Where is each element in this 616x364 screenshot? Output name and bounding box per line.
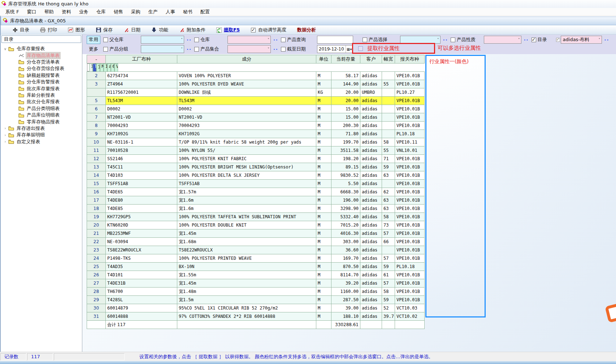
cell-width[interactable]: [382, 122, 395, 130]
data-analysis-button[interactable]: 数据分析: [297, 27, 316, 33]
cell-comp[interactable]: 100% POLYESTER DELTA SLX JERSEY: [177, 171, 316, 180]
cell-rownum[interactable]: 8: [87, 122, 106, 130]
menu-item-10[interactable]: 秘书: [179, 8, 196, 16]
cell-qty[interactable]: 144.90: [331, 80, 360, 88]
cell-rownum[interactable]: 29: [87, 296, 106, 304]
cell-cust[interactable]: adidas: [360, 105, 382, 113]
cell-qty[interactable]: 196.00: [331, 196, 360, 205]
cell-factory[interactable]: KTN6020D: [106, 221, 177, 229]
cell-unit[interactable]: M: [316, 188, 331, 196]
cell-comp[interactable]: VOVEN 100% POLYESTER: [177, 72, 316, 80]
sidebar-item-14[interactable]: ›自定义报表: [1, 138, 82, 145]
cell-cust[interactable]: adidas: [360, 221, 382, 229]
more-tab-button[interactable]: 更多: [87, 45, 100, 53]
catalog-button[interactable]: 目录: [12, 27, 29, 33]
cell-rownum[interactable]: [87, 88, 106, 97]
cell-rownum[interactable]: 18: [87, 205, 106, 213]
cell-qty[interactable]: 3298.90: [331, 205, 360, 213]
cell-qty[interactable]: 5.50: [331, 180, 360, 188]
cell-rownum[interactable]: 28: [87, 288, 106, 296]
cell-unit[interactable]: M: [316, 213, 331, 221]
cell-factory[interactable]: T4DE31B: [106, 279, 177, 288]
cell-unit[interactable]: M: [316, 312, 331, 321]
save-button[interactable]: 保存: [96, 27, 113, 33]
product-select-more-dots[interactable]: ··: [443, 37, 448, 43]
sidebar-item-12[interactable]: ›库存进出报表: [1, 125, 82, 132]
cell-customs[interactable]: VPE10.01B: [395, 205, 425, 213]
cell-unit[interactable]: M: [316, 229, 331, 238]
product-query-input[interactable]: [317, 36, 353, 44]
cell-comp[interactable]: 100% POLYESTER PRINTED WEAVE: [177, 254, 316, 263]
cell-comp[interactable]: 宽1.68m: [177, 238, 316, 246]
cell-qty[interactable]: 199.70: [331, 138, 360, 146]
cell-customs[interactable]: VPE10.01B: [395, 97, 425, 105]
catalog-checkbox[interactable]: [532, 38, 536, 42]
expand-icon[interactable]: ›: [3, 140, 8, 144]
cell-unit[interactable]: M: [316, 304, 331, 312]
sidebar-item-0[interactable]: ∨仓库存量报表: [1, 45, 82, 52]
cell-factory[interactable]: TH6700: [106, 288, 177, 296]
cell-qty[interactable]: 15.00: [331, 105, 360, 113]
cell-unit[interactable]: M: [316, 296, 331, 304]
cell-cust[interactable]: adidas: [360, 312, 382, 321]
catalog-value-select[interactable]: adidas-布料˅: [561, 36, 602, 44]
product-group-checkbox[interactable]: [103, 47, 108, 52]
cell-cust[interactable]: adidas: [360, 155, 382, 163]
sidebar-item-9[interactable]: 产品分类明细表: [1, 105, 82, 112]
cell-rownum[interactable]: 30: [87, 304, 106, 312]
cell-factory[interactable]: NT2001-VD: [106, 113, 177, 122]
parent-warehouse-select[interactable]: ˅: [141, 36, 184, 44]
cell-width[interactable]: 58: [382, 213, 395, 221]
product-nature-more-dots[interactable]: ··: [524, 37, 529, 43]
cell-cust[interactable]: adidas: [107, 63, 111, 72]
cell-unit[interactable]: M: [316, 130, 331, 138]
cell-cust[interactable]: adidas: [360, 205, 382, 213]
product-nature-checkbox[interactable]: [451, 38, 455, 42]
expand-icon[interactable]: ›: [3, 133, 8, 137]
cell-cust[interactable]: adidas: [360, 163, 382, 171]
cell-customs[interactable]: VPE10.01B: [395, 171, 425, 180]
cell-width[interactable]: [382, 105, 395, 113]
end-date-checkbox[interactable]: [281, 47, 286, 52]
cell-width[interactable]: 71: [382, 155, 395, 163]
sidebar-item-8[interactable]: 批次分仓库报表: [1, 98, 82, 105]
cell-factory[interactable]: T428SL: [106, 296, 177, 304]
cell-cust[interactable]: adidas: [360, 271, 382, 279]
cell-comp[interactable]: TL543M: [177, 97, 316, 105]
cell-qty[interactable]: 5332.40: [331, 213, 360, 221]
cell-factory[interactable]: T4DE95: [93, 63, 96, 72]
cell-width[interactable]: [382, 97, 395, 105]
auto-height-button[interactable]: 自动调节高度: [251, 27, 286, 33]
product-set-more-dots[interactable]: ··: [273, 47, 278, 52]
cell-qty[interactable]: 71.80: [331, 130, 360, 138]
cell-width[interactable]: 55: [382, 146, 395, 155]
cell-customs[interactable]: VPE10.01B: [395, 105, 425, 113]
cell-unit[interactable]: M: [316, 146, 331, 155]
product-group-more-dots[interactable]: ··: [187, 47, 192, 52]
cell-cust[interactable]: UMBRO: [360, 88, 382, 97]
cell-factory[interactable]: ZT4964: [106, 80, 177, 88]
cell-cust[interactable]: adidas: [360, 188, 382, 196]
common-tab-button[interactable]: 常用: [87, 36, 100, 44]
cell-cust[interactable]: adidas: [360, 296, 382, 304]
graph-button[interactable]: 图形: [68, 27, 85, 33]
cell-comp[interactable]: TSFF51AB: [177, 180, 316, 188]
date-button[interactable]: 日期: [123, 27, 140, 33]
sidebar-item-11[interactable]: 零库存物品报表: [1, 118, 82, 125]
cell-comp[interactable]: 70004293: [177, 122, 316, 130]
cell-factory[interactable]: T4AD35: [106, 263, 177, 271]
parent-warehouse-more-dots[interactable]: ··: [187, 37, 192, 43]
cell-factory[interactable]: P1498-TKS: [106, 254, 177, 263]
cell-rownum[interactable]: 24: [87, 254, 106, 263]
cell-customs[interactable]: VCT10.03: [395, 304, 425, 312]
sidebar-item-10[interactable]: 产品库位明细表: [1, 112, 82, 118]
menu-item-8[interactable]: 生产: [144, 8, 162, 16]
cell-factory[interactable]: TS8E22WROUCLX: [106, 246, 177, 254]
cell-qty[interactable]: 3511.58: [331, 146, 360, 155]
cell-customs[interactable]: PL10.18: [395, 130, 425, 138]
cell-comp[interactable]: 100% POLYESTER BRIGHT MESH LINING(Optsen…: [177, 163, 316, 171]
cell-factory[interactable]: D0002: [106, 105, 177, 113]
cell-width[interactable]: 62: [382, 188, 395, 196]
product-set-select[interactable]: ˅: [227, 45, 271, 53]
cell-rownum[interactable]: 13: [87, 163, 106, 171]
